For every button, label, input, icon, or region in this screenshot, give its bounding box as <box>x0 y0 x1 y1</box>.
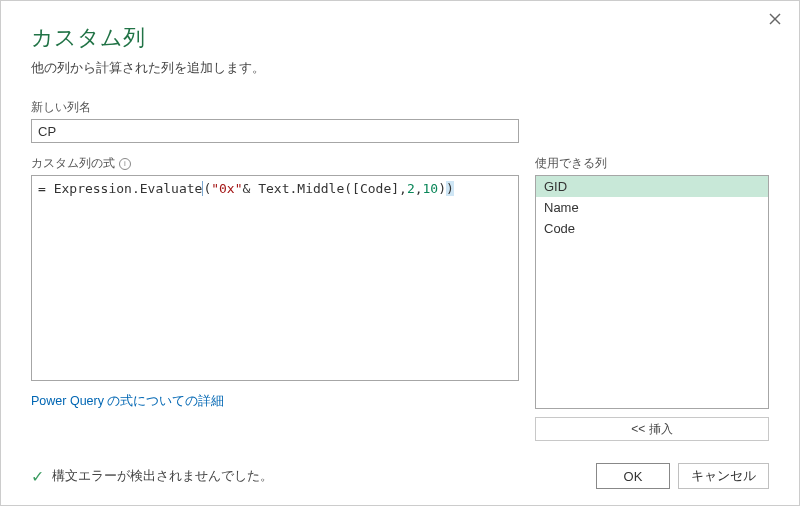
formula-token: ( <box>202 181 211 196</box>
formula-token: ) <box>446 181 454 196</box>
custom-column-dialog: カスタム列 他の列から計算された列を追加します。 新しい列名 カスタム列の式 i… <box>1 1 799 505</box>
formula-label-text: カスタム列の式 <box>31 155 115 172</box>
new-column-label: 新しい列名 <box>31 99 769 116</box>
formula-token: 2 <box>407 181 415 196</box>
ok-button[interactable]: OK <box>596 463 670 489</box>
close-icon <box>769 13 781 25</box>
formula-editor[interactable]: = Expression.Evaluate("0x"& Text.Middle(… <box>31 175 519 381</box>
available-column-item[interactable]: Code <box>536 218 768 239</box>
formula-token: ( <box>344 181 352 196</box>
check-icon: ✓ <box>31 467 44 486</box>
insert-button[interactable]: << 挿入 <box>535 417 769 441</box>
formula-token: Text.Middle <box>258 181 344 196</box>
formula-token: , <box>399 181 407 196</box>
formula-label: カスタム列の式 i <box>31 155 519 172</box>
available-column-item[interactable]: Name <box>536 197 768 218</box>
dialog-title: カスタム列 <box>31 23 769 53</box>
syntax-status: 構文エラーが検出されませんでした。 <box>52 467 588 485</box>
available-columns-label: 使用できる列 <box>535 155 769 172</box>
close-button[interactable] <box>765 9 785 29</box>
dialog-subtitle: 他の列から計算された列を追加します。 <box>31 59 769 77</box>
formula-token: Expression.Evaluate <box>54 181 203 196</box>
available-columns-list[interactable]: GID Name Code <box>535 175 769 409</box>
formula-token: & <box>243 181 259 196</box>
formula-token: [Code] <box>352 181 399 196</box>
info-icon[interactable]: i <box>119 158 131 170</box>
dialog-footer: ✓ 構文エラーが検出されませんでした。 OK キャンセル <box>31 463 769 489</box>
formula-token: = <box>38 181 54 196</box>
new-column-input[interactable] <box>31 119 519 143</box>
help-link[interactable]: Power Query の式についての詳細 <box>31 394 224 408</box>
formula-token: ) <box>438 181 446 196</box>
cancel-button[interactable]: キャンセル <box>678 463 769 489</box>
formula-token: "0x" <box>211 181 242 196</box>
formula-token: 10 <box>423 181 439 196</box>
formula-token: , <box>415 181 423 196</box>
available-column-item[interactable]: GID <box>536 176 768 197</box>
